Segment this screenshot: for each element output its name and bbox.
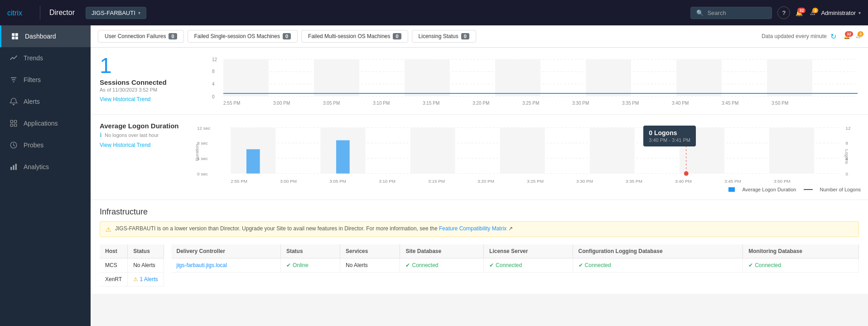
status-col-header: Status	[128, 244, 164, 258]
license-check-icon: ✔	[489, 262, 494, 268]
infrastructure-tables: Host Status MCS No Alerts	[100, 244, 859, 287]
svg-text:Duration: Duration	[195, 144, 199, 161]
content-inner: User Connection Failures 0 Failed Single…	[91, 25, 868, 294]
svg-text:0 sec: 0 sec	[197, 171, 208, 176]
main-area: Dashboard Trends Filters A	[0, 25, 868, 326]
svg-text:3:10 PM: 3:10 PM	[373, 101, 390, 106]
trends-icon	[9, 54, 18, 63]
user-connection-failures-pill[interactable]: User Connection Failures 0	[98, 30, 184, 43]
logon-chart-label: Average Logon Duration ℹ No logons over …	[91, 122, 195, 148]
svg-rect-60	[246, 149, 260, 173]
probes-icon	[9, 141, 18, 150]
sessions-title: Sessions Connected	[100, 78, 186, 86]
filters-icon	[9, 75, 18, 84]
sessions-value: 1	[100, 55, 186, 77]
sidebar-analytics-label: Analytics	[24, 163, 49, 170]
dc-sitedb-col: Site Database	[400, 244, 484, 258]
dc-link[interactable]: jigs-farbauti.jigs.local	[177, 262, 227, 268]
svg-text:3:45 PM: 3:45 PM	[724, 179, 741, 184]
sidebar-item-analytics[interactable]: Analytics	[0, 156, 91, 178]
svg-text:3:50 PM: 3:50 PM	[774, 179, 791, 184]
svg-text:12 sec: 12 sec	[197, 126, 210, 131]
site-selector[interactable]: JIGS-FARBAUTI ▾	[86, 7, 146, 19]
logo-divider	[40, 6, 40, 19]
svg-rect-26	[405, 59, 450, 96]
host-xenrt-status: ⚠ 1 Alerts	[128, 272, 164, 287]
infrastructure-title: Infrastructure	[100, 207, 859, 217]
citrix-logo: citrix	[7, 8, 31, 18]
svg-rect-59	[769, 128, 814, 174]
svg-rect-10	[10, 124, 13, 127]
num-logons-legend-line	[804, 189, 813, 190]
svg-text:Logons: Logons	[844, 149, 849, 164]
svg-rect-1	[12, 33, 14, 36]
notifications-button[interactable]: 🔔 32	[796, 10, 803, 16]
host-mcs-status: No Alerts	[128, 258, 164, 272]
sitedb-check-icon: ✔	[405, 262, 410, 268]
failed-multi-session-label: Failed Multi-session OS Machines	[308, 33, 390, 39]
applications-icon	[9, 119, 18, 128]
monitordb-check-icon: ✔	[748, 262, 753, 268]
sidebar-item-dashboard[interactable]: Dashboard	[0, 25, 91, 47]
svg-text:3:35 PM: 3:35 PM	[622, 101, 639, 106]
sidebar-item-applications[interactable]: Applications	[0, 112, 91, 134]
svg-text:2:55 PM: 2:55 PM	[231, 179, 247, 184]
search-box[interactable]: 🔍 Search	[690, 7, 772, 19]
svg-text:citrix: citrix	[7, 9, 22, 17]
sessions-subtitle: As of 11/30/2023 3:52 PM	[100, 87, 186, 92]
sidebar-item-filters[interactable]: Filters	[0, 69, 91, 91]
refresh-icon[interactable]: ↻	[830, 32, 836, 41]
svg-text:3:25 PM: 3:25 PM	[527, 179, 544, 184]
sidebar-item-probes[interactable]: Probes	[0, 134, 91, 156]
svg-text:8: 8	[212, 69, 215, 74]
svg-text:4: 4	[212, 82, 215, 87]
feature-compatibility-matrix-link[interactable]: Feature Compatibility Matrix	[439, 225, 506, 232]
avg-logon-legend-label: Average Logon Duration	[742, 187, 796, 192]
infrastructure-section: Infrastructure ⚠ JIGS-FARBAUTI is on a l…	[91, 200, 868, 294]
dc-controller-name: jigs-farbauti.jigs.local	[171, 258, 281, 272]
svg-rect-8	[10, 120, 13, 122]
help-button[interactable]: ?	[777, 6, 790, 19]
admin-name: Administrator	[821, 10, 856, 16]
admin-chevron-icon: ▾	[858, 10, 861, 15]
header-alert-count: 3	[858, 31, 863, 37]
host-col-header: Host	[100, 244, 128, 258]
svg-text:3:00 PM: 3:00 PM	[273, 101, 290, 106]
svg-rect-9	[14, 120, 17, 122]
licensing-status-pill[interactable]: Licensing Status 0	[412, 30, 476, 43]
svg-text:12: 12	[212, 57, 217, 62]
svg-rect-30	[767, 59, 812, 96]
alert-notifications: 🔔 32 ⚠ 3	[840, 33, 861, 39]
svg-rect-56	[500, 128, 545, 174]
svg-rect-4	[15, 37, 18, 39]
avg-logon-legend-box	[728, 187, 735, 192]
warn-icon-small: ⚠	[133, 276, 140, 282]
svg-text:3:20 PM: 3:20 PM	[477, 179, 494, 184]
alerts-button[interactable]: ⚠ 3	[810, 10, 815, 16]
xenrt-alerts-link[interactable]: 1 Alerts	[140, 276, 158, 282]
failed-single-session-pill[interactable]: Failed Single-session OS Machines 0	[188, 30, 298, 43]
sidebar-filters-label: Filters	[24, 76, 41, 83]
search-icon: 🔍	[696, 10, 704, 16]
num-logons-legend-label: Number of Logons	[820, 187, 861, 192]
sidebar-item-trends[interactable]: Trends	[0, 47, 91, 69]
info-icon: ℹ	[100, 131, 102, 138]
dc-col-header: Delivery Controller	[171, 244, 281, 258]
svg-text:3:05 PM: 3:05 PM	[329, 179, 346, 184]
logon-info-row: ℹ No logons over last hour	[100, 131, 186, 138]
svg-rect-13	[10, 167, 12, 170]
dashboard-icon	[10, 32, 19, 41]
failed-multi-session-pill[interactable]: Failed Multi-session OS Machines 0	[301, 30, 408, 43]
svg-text:0: 0	[212, 94, 215, 99]
bell-alert-icon: 🔔 32	[844, 33, 850, 39]
external-link-icon: ↗	[508, 225, 513, 232]
alerts-icon	[9, 97, 18, 106]
logon-view-trend-link[interactable]: View Historical Trend	[100, 142, 151, 148]
svg-text:3:20 PM: 3:20 PM	[473, 101, 489, 106]
sessions-view-trend-link[interactable]: View Historical Trend	[100, 96, 151, 102]
sidebar-item-alerts[interactable]: Alerts	[0, 91, 91, 112]
logon-chart-legend: Average Logon Duration Number of Logons	[728, 187, 861, 192]
sessions-chart-area: 12 8 4 0	[195, 55, 868, 111]
svg-rect-15	[15, 164, 17, 170]
admin-menu[interactable]: Administrator ▾	[821, 10, 861, 16]
